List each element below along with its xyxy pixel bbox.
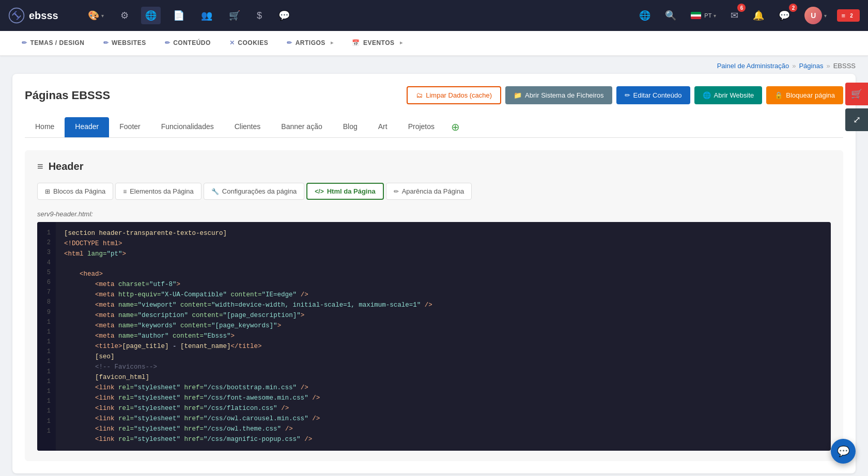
list-icon: ≡: [123, 188, 127, 195]
nav-temas-label: TEMAS / DESIGN: [30, 39, 85, 46]
nav-cookies[interactable]: ✕ COOKIES: [220, 31, 277, 56]
nav-brush-btn[interactable]: 🎨 ▾: [84, 7, 108, 24]
nav-dollar-btn[interactable]: $: [253, 7, 266, 24]
cache-icon: 🗂: [416, 91, 423, 99]
logo[interactable]: ebsss: [8, 7, 75, 24]
line-numbers: 1234 5678 9111 1111 1111 1: [37, 222, 56, 451]
top-navigation: ebsss 🎨 ▾ ⚙ 🌐 📄 👥 🛒 $ 💬 🌐 🔍 PT ▾: [0, 0, 868, 31]
nav-file-btn[interactable]: 📄: [169, 7, 189, 24]
tab-add-button[interactable]: ⊕: [445, 117, 466, 137]
tab-header[interactable]: Header: [65, 117, 109, 137]
nav-eventos[interactable]: 📅 EVENTOS ▸: [343, 31, 412, 56]
eventos-chevron-icon: ▸: [400, 40, 403, 45]
sub-tab-elementos[interactable]: ≡ Elementos da Página: [115, 183, 202, 200]
clear-cache-label: Limpar Dados (cache): [426, 91, 492, 99]
second-navigation: ✏ TEMAS / DESIGN ✏ WEBSITES ✏ CONTEÚDO ✕…: [0, 31, 868, 56]
nav-cookies-label: COOKIES: [238, 39, 268, 46]
main-tabs: Home Header Footer Funcionalidades Clien…: [25, 117, 843, 138]
tab-clientes[interactable]: Clientes: [224, 117, 271, 137]
page-card: Páginas EBSSS 🗂 Limpar Dados (cache) 📁 A…: [12, 74, 856, 473]
edit-content-button[interactable]: ✏ Editar Conteúdo: [616, 86, 690, 104]
avatar-btn[interactable]: U ▾: [800, 4, 831, 27]
wrench-icon: 🔧: [211, 188, 219, 195]
page-title: Páginas EBSSS: [25, 89, 110, 102]
section-title: ≡ Header: [37, 161, 831, 172]
section-panel: ≡ Header ⊞ Blocos da Página ≡ Elementos …: [25, 150, 843, 461]
pencil-icon: ✏: [22, 39, 27, 46]
tab-blog[interactable]: Blog: [333, 117, 368, 137]
flag-icon: [691, 12, 701, 19]
calendar-icon: 📅: [352, 39, 360, 46]
menu-badge: 2: [847, 11, 856, 20]
language-btn[interactable]: PT ▾: [687, 9, 720, 22]
code-icon: </>: [315, 188, 323, 195]
nav-cart-btn[interactable]: 🛒: [225, 7, 244, 24]
menu-lines-btn[interactable]: ≡ 2: [837, 9, 860, 22]
files-icon: 📁: [514, 91, 522, 99]
users-icon: 👥: [201, 10, 212, 21]
code-editor[interactable]: 1234 5678 9111 1111 1111 1 [section head…: [37, 222, 831, 451]
breadcrumb-admin[interactable]: Painel de Administração: [717, 62, 789, 70]
sub-tab-config-label: Configurações da página: [222, 187, 297, 195]
tab-home[interactable]: Home: [25, 117, 65, 137]
sub-tab-configuracoes[interactable]: 🔧 Configurações da página: [204, 183, 305, 200]
action-buttons: 🗂 Limpar Dados (cache) 📁 Abrir Sistema d…: [407, 86, 843, 104]
globe-icon: 🌐: [145, 10, 157, 21]
sub-tab-aparencia[interactable]: ✏ Aparência da Página: [386, 183, 472, 200]
nav-users-btn[interactable]: 👥: [197, 7, 216, 24]
messages-badge: 2: [789, 4, 797, 12]
open-website-label: Abrir Website: [714, 91, 754, 99]
language-label: PT: [704, 12, 711, 19]
nav-conteudo[interactable]: ✏ CONTEÚDO: [156, 31, 220, 56]
tab-projetos[interactable]: Projetos: [398, 117, 445, 137]
tab-banner[interactable]: Banner ação: [271, 117, 332, 137]
email-btn[interactable]: ✉ 6: [726, 7, 742, 24]
section-title-text: Header: [49, 161, 84, 172]
sub-tab-blocos[interactable]: ⊞ Blocos da Página: [37, 183, 113, 200]
x-icon: ✕: [229, 39, 235, 46]
globe-right-btn[interactable]: 🌐: [635, 7, 655, 24]
breadcrumb-sep2: »: [826, 62, 830, 70]
lang-chevron-icon: ▾: [714, 13, 716, 19]
open-website-button[interactable]: 🌐 Abrir Website: [694, 86, 763, 104]
nav-eventos-label: EVENTOS: [363, 39, 395, 46]
nav-globe-btn[interactable]: 🌐: [141, 7, 161, 24]
avatar-chevron-icon: ▾: [824, 13, 827, 19]
chat-float-icon: 💬: [837, 445, 850, 457]
tab-art[interactable]: Art: [368, 117, 398, 137]
grid-icon: ⊞: [45, 188, 50, 195]
nav-artigos[interactable]: ✏ ARTIGOS ▸: [277, 31, 343, 56]
nav-chat-btn[interactable]: 💬: [274, 7, 294, 24]
sub-tab-html[interactable]: </> Html da Página: [306, 183, 383, 200]
bell-btn[interactable]: 🔔: [749, 7, 768, 24]
nav-chevron-icon: ▾: [101, 13, 104, 19]
page-header: Páginas EBSSS 🗂 Limpar Dados (cache) 📁 A…: [25, 86, 843, 104]
sub-tab-elementos-label: Elementos da Página: [130, 187, 194, 195]
cart-icon: 🛒: [229, 10, 240, 21]
breadcrumb-pages[interactable]: Páginas: [799, 62, 823, 70]
float-expand-button[interactable]: ⤢: [845, 108, 868, 131]
open-files-button[interactable]: 📁 Abrir Sistema de Ficheiros: [505, 86, 612, 104]
nav-temas[interactable]: ✏ TEMAS / DESIGN: [12, 31, 94, 56]
nav-websites-label: WEBSITES: [112, 39, 146, 46]
clear-cache-button[interactable]: 🗂 Limpar Dados (cache): [407, 86, 501, 104]
tab-footer[interactable]: Footer: [109, 117, 150, 137]
nav-websites[interactable]: ✏ WEBSITES: [94, 31, 156, 56]
sub-tab-blocos-label: Blocos da Página: [53, 187, 105, 195]
main-content: Páginas EBSSS 🗂 Limpar Dados (cache) 📁 A…: [0, 74, 868, 476]
email-badge: 6: [737, 4, 746, 12]
block-page-button[interactable]: 🔒 Bloquear página: [766, 86, 843, 104]
code-content[interactable]: [section header-transparente-texto-escur…: [56, 222, 831, 451]
search-btn[interactable]: 🔍: [661, 7, 680, 24]
breadcrumb-current: EBSSS: [833, 62, 856, 70]
app-name: ebsss: [29, 10, 58, 22]
messages-btn[interactable]: 💬 2: [774, 7, 794, 24]
tab-funcionalidades[interactable]: Funcionalidades: [151, 117, 224, 137]
edit-icon: ✏: [625, 91, 630, 99]
file-icon: 📄: [173, 10, 184, 21]
block-page-label: Bloquear página: [786, 91, 835, 99]
float-cart-button[interactable]: 🛒: [845, 83, 868, 105]
avatar: U: [804, 7, 822, 24]
nav-gear-btn[interactable]: ⚙: [116, 7, 133, 24]
float-chat-button[interactable]: 💬: [831, 439, 856, 464]
